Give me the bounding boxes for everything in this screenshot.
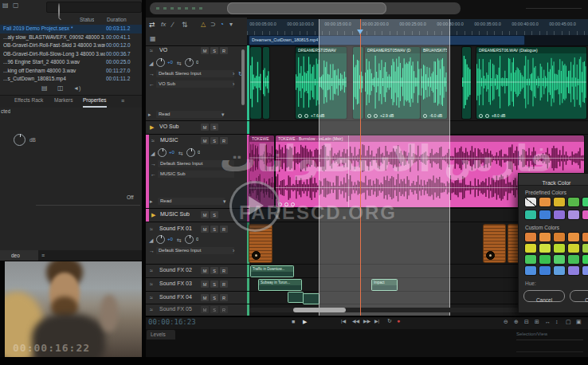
color-swatch[interactable]: [539, 198, 551, 206]
clip-gain-knob[interactable]: [278, 202, 282, 206]
color-swatch[interactable]: [568, 210, 579, 219]
skip-forward-button[interactable]: ▶|: [374, 319, 379, 324]
speaker-icon[interactable]: ◄): [73, 85, 80, 91]
sfx-clip[interactable]: [304, 294, 319, 304]
color-swatch[interactable]: [582, 198, 588, 206]
volume-knob[interactable]: [156, 235, 165, 244]
video-monitor-icon[interactable]: ▦: [150, 36, 156, 42]
output-select[interactable]: VO Sub: [156, 80, 234, 88]
mute-button[interactable]: M: [201, 281, 209, 288]
file-row[interactable]: ...king off Denham 48000 3.wav 00:11:27.…: [0, 67, 142, 76]
color-swatch[interactable]: [554, 266, 565, 275]
mute-button[interactable]: M: [201, 47, 209, 54]
clip-stretch-knob[interactable]: [291, 202, 295, 206]
open-folder-icon[interactable]: ◫: [57, 85, 64, 92]
panel-menu-icon[interactable]: ≡: [121, 98, 124, 104]
playhead-marker[interactable]: [357, 29, 363, 34]
chevron-down-icon[interactable]: ▾: [223, 198, 226, 204]
play-button[interactable]: ▶: [303, 319, 307, 324]
arm-button[interactable]: R: [220, 294, 228, 301]
file-row[interactable]: ...s_CutDown_180815.mp4 00:01:11.2: [0, 75, 142, 84]
loop-playback-button[interactable]: ↻: [387, 318, 392, 324]
color-swatch[interactable]: [554, 255, 565, 264]
panel-icon-b[interactable]: ▢: [13, 2, 19, 9]
zoom-in-full-icon[interactable]: ⊞: [535, 319, 539, 324]
audio-clip[interactable]: [263, 47, 269, 119]
clip-gain-knob[interactable]: [298, 114, 302, 118]
arm-button[interactable]: R: [220, 306, 228, 313]
mute-button[interactable]: M: [201, 306, 209, 313]
playhead-line[interactable]: [360, 19, 361, 316]
off-toggle-label[interactable]: Off: [127, 194, 134, 200]
panel-icon-a[interactable]: ▤: [2, 2, 9, 9]
record-button[interactable]: ●: [397, 318, 400, 324]
navigator-viewport[interactable]: [227, 2, 386, 14]
mute-button[interactable]: M: [201, 294, 209, 301]
solo-button[interactable]: S: [210, 211, 218, 218]
sfx-clip[interactable]: [249, 225, 272, 262]
zoom-out-full-icon[interactable]: ⊟: [524, 319, 529, 324]
zoom-selection-icon[interactable]: ▢: [566, 319, 571, 324]
marker-icon[interactable]: ▾: [229, 22, 233, 28]
clip-fx-knob[interactable]: [284, 202, 288, 206]
color-swatch[interactable]: [554, 210, 565, 219]
color-swatch[interactable]: [554, 233, 565, 241]
audio-clip[interactable]: DREAMERST06.WAV (Dialogue) +8.0 dB: [476, 47, 586, 119]
time-selection-overlay[interactable]: [319, 19, 450, 316]
clip-gain-knob[interactable]: [479, 114, 483, 118]
color-swatch[interactable]: [582, 210, 588, 219]
mute-button[interactable]: M: [201, 226, 209, 233]
color-swatch[interactable]: [525, 210, 536, 219]
sfx-clip[interactable]: [288, 292, 303, 302]
solo-button[interactable]: S: [210, 306, 218, 313]
color-swatch[interactable]: [525, 233, 536, 241]
skip-back-button[interactable]: |◀: [341, 319, 346, 324]
dialog-titlebar[interactable]: Track Color: [519, 174, 588, 186]
input-select[interactable]: Default Stereo Input: [156, 247, 234, 254]
clip-fx-knob[interactable]: [304, 114, 308, 118]
chevron-right-icon[interactable]: ›: [233, 81, 234, 87]
cancel-button[interactable]: Cancel: [523, 290, 565, 302]
color-swatch[interactable]: [568, 198, 579, 206]
grid-view-icon[interactable]: ▤: [41, 85, 48, 92]
gain-knob[interactable]: [14, 134, 25, 146]
video-panel-menu-icon[interactable]: ≡: [41, 253, 45, 258]
file-row[interactable]: ...96 Engine Start_2 48000 3.wav 00:00:2…: [0, 58, 142, 67]
arm-button[interactable]: R: [220, 267, 228, 274]
track-name-music[interactable]: MUSIC: [160, 137, 178, 143]
audio-clip[interactable]: [462, 47, 471, 119]
input-select[interactable]: Default Stereo Input: [156, 70, 234, 77]
clip-gain-knob[interactable]: [486, 251, 495, 260]
razor-tool-icon[interactable]: ∕: [172, 22, 174, 29]
file-row[interactable]: OB-Gravel-Dirt-Roll-Fast-Skid 3 48000 3.…: [0, 41, 142, 50]
output-select[interactable]: MUSIC Sub: [158, 171, 234, 178]
file-row[interactable]: ...aly slow_BLASTWAVEFX_09092 48000 3.wa…: [0, 33, 142, 42]
fx-tool-icon[interactable]: fx: [161, 22, 166, 28]
arm-button[interactable]: R: [220, 137, 228, 144]
arm-button[interactable]: R: [220, 281, 228, 288]
track-name-fx1[interactable]: Sound FX 01: [159, 226, 192, 231]
rewind-button[interactable]: ◀◀: [352, 319, 359, 324]
color-swatch[interactable]: [582, 266, 588, 275]
pan-knob[interactable]: [185, 58, 194, 67]
mute-button[interactable]: M: [201, 211, 209, 218]
sfx-clip[interactable]: [484, 225, 505, 262]
solo-button[interactable]: S: [210, 294, 218, 301]
color-swatch[interactable]: [539, 210, 551, 219]
color-swatch[interactable]: [582, 255, 588, 264]
input-select[interactable]: Default Stereo Input: [158, 160, 234, 167]
clock-icon[interactable]: ◔: [220, 22, 224, 28]
pan-knob[interactable]: [185, 235, 194, 244]
solo-button[interactable]: S: [210, 47, 218, 54]
sfx-clip[interactable]: Traffic in Downtow...: [251, 266, 293, 277]
zoom-reset-icon[interactable]: ▣: [576, 319, 582, 324]
zoom-h-icon[interactable]: ↔: [545, 319, 551, 324]
chevron-down-icon[interactable]: ▾: [221, 112, 225, 117]
volume-knob[interactable]: [158, 148, 167, 157]
track-name-fx3[interactable]: Sound FX 03: [159, 281, 192, 286]
slip-tool-icon[interactable]: ⇅: [182, 22, 188, 29]
color-swatch[interactable]: [554, 198, 565, 206]
pan-knob[interactable]: [186, 148, 195, 157]
tab-properties[interactable]: Properties: [83, 95, 107, 108]
video-panel-tab[interactable]: deo: [0, 250, 38, 261]
